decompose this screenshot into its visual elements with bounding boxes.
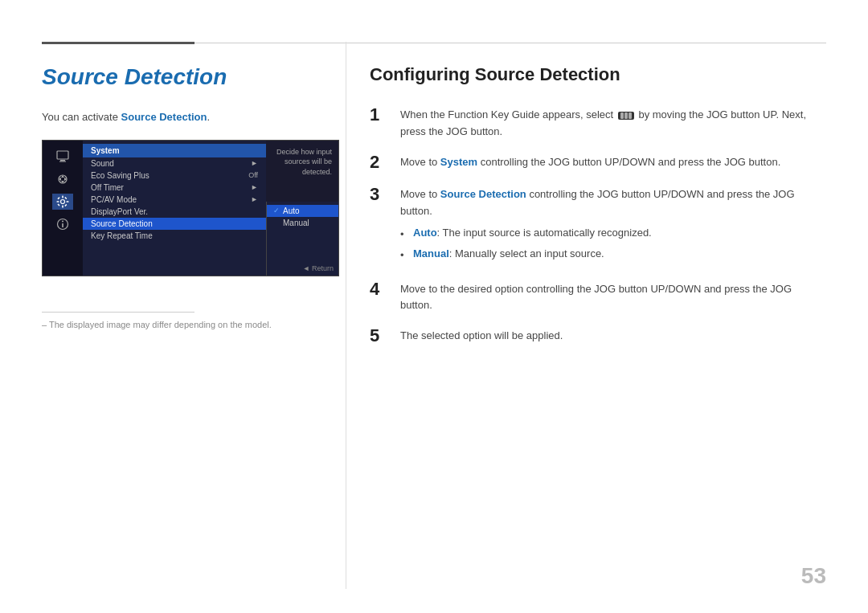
osd-icon-monitor [52,149,73,165]
osd-item-key-repeat: Key Repeat Time [83,230,266,242]
step-5-number: 5 [370,325,389,346]
top-line-light [194,43,826,43]
steps-list: 1 When the Function Key Guide appears, s… [370,104,826,347]
bottom-line [42,312,194,313]
step-5-text: The selected option will be applied. [400,325,563,345]
svg-rect-10 [62,205,63,207]
step-2-text: Move to System controlling the JOG butto… [400,152,780,171]
step-2: 2 Move to System controlling the JOG but… [370,152,826,173]
vertical-divider [346,42,346,589]
osd-item-off-timer: Off Timer► [83,182,266,194]
step-5: 5 The selected option will be applied. [370,325,826,346]
svg-rect-14 [64,203,67,206]
bullet-auto: • Auto: The input source is automaticall… [400,225,826,243]
step-4: 4 Move to the desired option controlling… [370,279,826,315]
osd-menu-header: System [83,144,266,157]
svg-rect-15 [57,203,59,206]
step-2-number: 2 [370,152,389,173]
osd-return: ◄ Return [303,264,334,272]
osd-item-eco: Eco Saving PlusOff [83,170,266,182]
svg-rect-13 [57,197,59,199]
svg-rect-18 [62,223,63,227]
step-1-text: When the Function Key Guide appears, sel… [400,104,826,141]
osd-tooltip: Decide how input sources will be detecte… [268,147,332,178]
osd-item-source-detection: Source Detection [83,218,266,230]
step-1: 1 When the Function Key Guide appears, s… [370,104,826,141]
function-key-icon [618,112,634,120]
osd-icon-info [52,216,73,232]
top-decorative-lines [42,42,826,44]
osd-screenshot: System Sound► Eco Saving PlusOff Off Tim… [42,140,339,276]
osd-submenu-auto: ✓Auto [267,205,338,217]
svg-rect-0 [57,151,68,159]
section-title: Configuring Source Detection [370,64,826,85]
svg-rect-2 [59,161,66,161]
osd-icon-arrows [52,171,73,187]
top-line-dark [42,42,194,44]
svg-rect-1 [60,160,65,161]
osd-sidebar [43,141,83,276]
svg-point-8 [61,199,65,203]
left-column: Source Detection You can activate Source… [42,64,331,276]
page-number: 53 [801,563,826,589]
page-title: Source Detection [42,64,331,90]
bullet-manual: • Manual: Manually select an input sourc… [400,246,826,264]
svg-rect-9 [62,195,63,198]
osd-item-sound: Sound► [83,157,266,170]
step-3-number: 3 [370,184,389,205]
step-3-text: Move to Source Detection controlling the… [400,184,826,268]
intro-text: You can activate Source Detection. [42,109,331,125]
osd-item-pcav: PC/AV Mode► [83,194,266,206]
step-1-number: 1 [370,104,389,125]
step-3: 3 Move to Source Detection controlling t… [370,184,826,268]
step-3-bullets: • Auto: The input source is automaticall… [400,225,826,264]
osd-main-menu: System Sound► Eco Saving PlusOff Off Tim… [83,141,266,276]
osd-submenu-manual: Manual [267,217,338,229]
svg-rect-16 [64,196,67,198]
svg-rect-11 [57,201,59,202]
step-4-text: Move to the desired option controlling t… [400,279,826,315]
step-4-number: 4 [370,279,389,300]
osd-item-displayport: DisplayPort Ver. [83,206,266,218]
bottom-note: – The displayed image may differ dependi… [42,320,272,329]
svg-point-19 [62,220,63,222]
osd-icon-gear [52,194,73,210]
right-column: Configuring Source Detection 1 When the … [370,64,826,358]
svg-rect-12 [67,201,69,202]
